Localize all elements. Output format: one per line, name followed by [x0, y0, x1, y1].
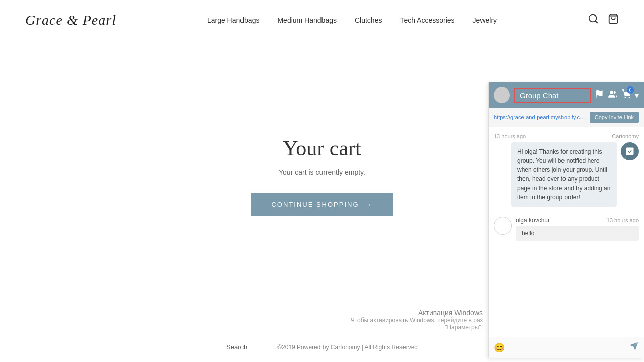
- chat-chevron-down-icon[interactable]: ▾: [635, 90, 639, 100]
- main-nav: Large Handbags Medium Handbags Clutches …: [207, 16, 497, 24]
- copy-invite-button[interactable]: Copy Invite Link: [590, 112, 639, 123]
- user-time: 13 hours ago: [607, 217, 639, 223]
- cart-icon[interactable]: [608, 13, 619, 27]
- nav-large-handbags[interactable]: Large Handbags: [207, 16, 260, 24]
- user-avatar: [494, 217, 512, 235]
- svg-point-4: [610, 90, 613, 94]
- nav-tech-accessories[interactable]: Tech Accessories: [400, 16, 454, 24]
- user-message: olga kovchur 13 hours ago hello: [494, 217, 639, 241]
- footer-powered: ©2019 Powered by Cartonomy | All Rights …: [277, 344, 418, 351]
- chat-group-icon[interactable]: [608, 89, 618, 101]
- cartonomy-time: 13 hours ago: [494, 133, 526, 139]
- svg-rect-7: [626, 148, 634, 155]
- chat-flag-icon[interactable]: [595, 89, 604, 101]
- cartonomy-meta: 13 hours ago Cartonomy: [494, 133, 639, 139]
- group-chat-label[interactable]: Group Chat: [514, 88, 591, 103]
- nav-clutches[interactable]: Clutches: [355, 16, 382, 24]
- footer-search[interactable]: Search: [226, 343, 247, 351]
- user-meta: olga kovchur 13 hours ago: [516, 217, 639, 224]
- chat-input-area: 😊: [489, 337, 644, 358]
- cartonomy-avatar: [621, 142, 639, 160]
- chat-send-icon[interactable]: [629, 341, 639, 354]
- chat-avatar: [494, 87, 510, 103]
- cartonomy-message: 13 hours ago Cartonomy Hi olga! Thanks f…: [494, 133, 639, 207]
- cartonomy-sender: Cartonomy: [612, 133, 639, 139]
- nav-medium-handbags[interactable]: Medium Handbags: [277, 16, 337, 24]
- cartonomy-bubble: Hi olga! Thanks for creating this group.…: [511, 142, 617, 207]
- chat-widget: Group Chat 0 ▾ https://grace-and-: [488, 82, 644, 358]
- user-bubble: hello: [516, 226, 639, 241]
- svg-point-6: [629, 97, 630, 98]
- cartonomy-content: Hi olga! Thanks for creating this group.…: [494, 142, 639, 207]
- chat-text-input[interactable]: [509, 344, 625, 351]
- svg-line-1: [595, 21, 597, 23]
- chat-toolbar: Group Chat 0 ▾: [489, 82, 644, 108]
- logo[interactable]: Grace & Pearl: [25, 12, 116, 28]
- cart-title: Your cart: [283, 136, 361, 160]
- chat-messages: 13 hours ago Cartonomy Hi olga! Thanks f…: [489, 127, 644, 337]
- header: Grace & Pearl Large Handbags Medium Hand…: [0, 0, 644, 40]
- cart-badge: 0: [627, 86, 634, 94]
- continue-shopping-button[interactable]: CONTINUE SHOPPING →: [251, 193, 392, 216]
- svg-point-5: [625, 97, 626, 98]
- header-icons: [588, 13, 619, 27]
- user-content: olga kovchur 13 hours ago hello: [516, 217, 639, 241]
- chat-toolbar-icons: 0 ▾: [595, 89, 639, 101]
- search-icon[interactable]: [588, 13, 599, 27]
- invite-bar: https://grace-and-pearl.myshopify.co... …: [489, 108, 644, 127]
- invite-link[interactable]: https://grace-and-pearl.myshopify.co...: [494, 114, 587, 120]
- cart-empty-text: Your cart is currently empty.: [279, 168, 365, 176]
- chat-cart-icon[interactable]: 0: [622, 89, 631, 101]
- emoji-icon[interactable]: 😊: [494, 342, 505, 353]
- user-name: olga kovchur: [516, 217, 550, 224]
- nav-jewelry[interactable]: Jewelry: [473, 16, 497, 24]
